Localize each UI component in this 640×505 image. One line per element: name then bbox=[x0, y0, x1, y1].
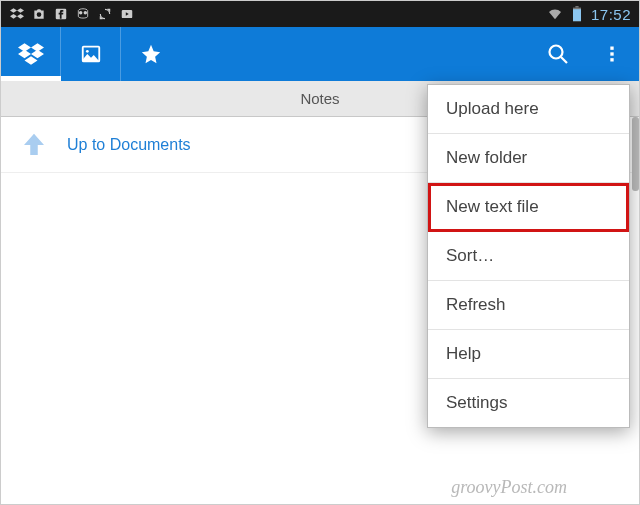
menu-item-label: New folder bbox=[446, 148, 527, 167]
app-action-bar bbox=[1, 27, 639, 81]
menu-new-text-file[interactable]: New text file bbox=[428, 183, 629, 232]
menu-sort[interactable]: Sort… bbox=[428, 232, 629, 281]
scrollbar-thumb[interactable] bbox=[632, 117, 639, 191]
sync-notif-icon bbox=[97, 6, 113, 22]
svg-line-10 bbox=[561, 57, 567, 63]
svg-point-8 bbox=[85, 50, 88, 53]
nav-up-label: Up to Documents bbox=[67, 136, 191, 154]
overflow-menu: Upload here New folder New text file Sor… bbox=[427, 84, 630, 428]
menu-item-label: Upload here bbox=[446, 99, 539, 118]
svg-rect-13 bbox=[610, 58, 613, 61]
play-notif-icon bbox=[119, 6, 135, 22]
wifi-icon bbox=[547, 6, 563, 22]
menu-refresh[interactable]: Refresh bbox=[428, 281, 629, 330]
menu-item-label: New text file bbox=[446, 197, 539, 216]
menu-new-folder[interactable]: New folder bbox=[428, 134, 629, 183]
menu-item-label: Help bbox=[446, 344, 481, 363]
tab-favorites[interactable] bbox=[121, 27, 181, 81]
svg-rect-12 bbox=[610, 52, 613, 55]
search-button[interactable] bbox=[531, 27, 585, 81]
folder-title-label: Notes bbox=[300, 90, 339, 107]
svg-point-2 bbox=[84, 11, 88, 15]
menu-upload-here[interactable]: Upload here bbox=[428, 85, 629, 134]
tab-files[interactable] bbox=[1, 27, 61, 81]
menu-help[interactable]: Help bbox=[428, 330, 629, 379]
menu-item-label: Settings bbox=[446, 393, 507, 412]
owl-notif-icon bbox=[75, 6, 91, 22]
svg-point-9 bbox=[550, 46, 563, 59]
svg-rect-5 bbox=[573, 9, 581, 21]
camera-notif-icon bbox=[31, 6, 47, 22]
overflow-menu-button[interactable] bbox=[585, 27, 639, 81]
arrow-up-icon bbox=[19, 130, 49, 160]
menu-item-label: Refresh bbox=[446, 295, 506, 314]
dropbox-notif-icon bbox=[9, 6, 25, 22]
svg-rect-6 bbox=[575, 6, 578, 8]
svg-point-1 bbox=[79, 11, 83, 15]
menu-item-label: Sort… bbox=[446, 246, 494, 265]
battery-icon bbox=[569, 6, 585, 22]
tab-photos[interactable] bbox=[61, 27, 121, 81]
svg-rect-11 bbox=[610, 47, 613, 50]
android-status-bar: 17:52 bbox=[1, 1, 639, 27]
status-clock: 17:52 bbox=[591, 6, 631, 23]
facebook-notif-icon bbox=[53, 6, 69, 22]
menu-settings[interactable]: Settings bbox=[428, 379, 629, 427]
